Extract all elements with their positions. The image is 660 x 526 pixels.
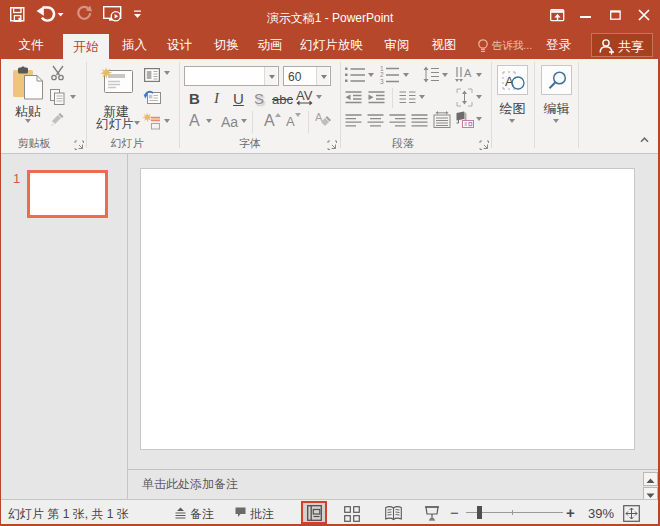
svg-text:A: A (315, 111, 323, 123)
svg-text:A: A (464, 67, 472, 79)
svg-text:3: 3 (380, 78, 384, 85)
